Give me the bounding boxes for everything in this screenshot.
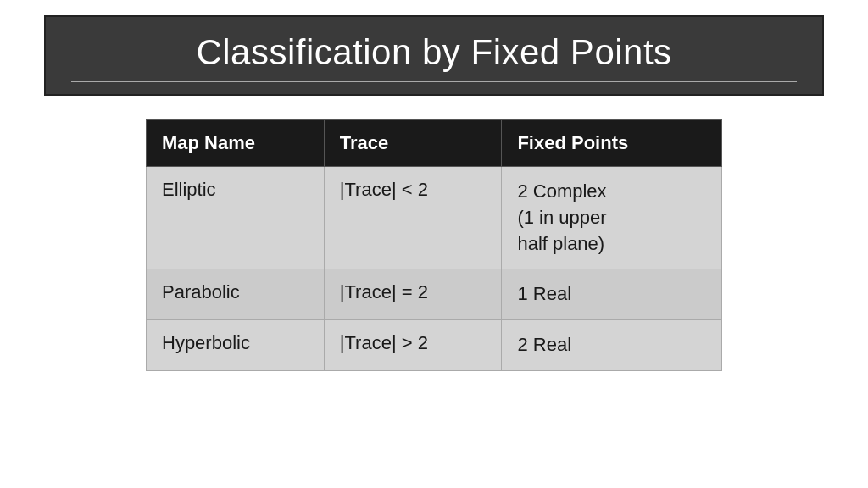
table-row: Parabolic|Trace| = 21 Real xyxy=(147,269,722,320)
cell-fixed-points: 2 Complex(1 in upperhalf plane) xyxy=(502,167,722,269)
page-title: Classification by Fixed Points xyxy=(71,32,797,73)
col-header-fixed-points: Fixed Points xyxy=(502,120,722,167)
cell-map-name: Elliptic xyxy=(147,167,325,269)
table-row: Elliptic|Trace| < 22 Complex(1 in upperh… xyxy=(147,167,722,269)
header-box: Classification by Fixed Points xyxy=(44,15,824,96)
classification-table: Map Name Trace Fixed Points Elliptic|Tra… xyxy=(146,119,722,371)
cell-trace: |Trace| > 2 xyxy=(324,320,502,371)
col-header-trace: Trace xyxy=(324,120,502,167)
cell-fixed-points: 2 Real xyxy=(502,320,722,371)
table-row: Hyperbolic|Trace| > 22 Real xyxy=(147,320,722,371)
cell-trace: |Trace| = 2 xyxy=(324,269,502,320)
table-container: Map Name Trace Fixed Points Elliptic|Tra… xyxy=(146,119,722,371)
cell-map-name: Hyperbolic xyxy=(147,320,325,371)
cell-fixed-points: 1 Real xyxy=(502,269,722,320)
header-divider xyxy=(71,81,797,82)
table-header-row: Map Name Trace Fixed Points xyxy=(147,120,722,167)
cell-trace: |Trace| < 2 xyxy=(324,167,502,269)
cell-map-name: Parabolic xyxy=(147,269,325,320)
col-header-map-name: Map Name xyxy=(147,120,325,167)
page-container: Classification by Fixed Points Map Name … xyxy=(0,0,868,488)
